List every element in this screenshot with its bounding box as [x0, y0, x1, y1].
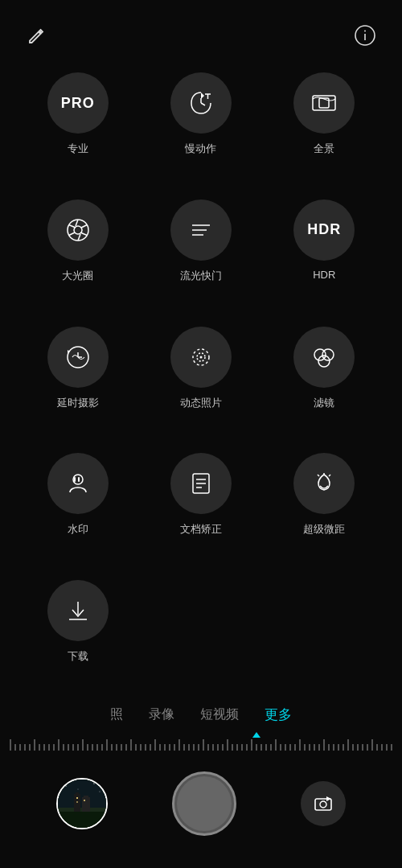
mode-panorama[interactable]: 全景 — [263, 64, 386, 185]
svg-line-38 — [329, 475, 330, 476]
thumbnail-image — [58, 780, 106, 828]
top-bar — [0, 0, 402, 56]
tab-active-indicator — [252, 732, 260, 738]
tab-more[interactable]: 更多 — [263, 702, 293, 727]
mode-document-icon — [170, 453, 232, 514]
mode-download[interactable]: 下载 — [16, 572, 139, 693]
camera-app: PRO 专业 慢动作 — [0, 0, 402, 868]
mode-light-paint-label: 流光快门 — [180, 269, 222, 283]
bottom-controls — [0, 757, 402, 868]
svg-point-45 — [78, 789, 79, 790]
edit-icon[interactable] — [24, 23, 50, 48]
mode-pro-label: 专业 — [68, 142, 88, 156]
svg-line-15 — [68, 232, 74, 236]
mode-slow-motion-label: 慢动作 — [185, 142, 216, 156]
svg-rect-48 — [76, 792, 79, 796]
svg-line-16 — [68, 224, 75, 228]
shutter-inner — [177, 776, 232, 831]
svg-point-25 — [199, 356, 202, 358]
mode-macro-icon — [293, 453, 355, 514]
info-icon[interactable] — [352, 23, 378, 48]
mode-aperture-label: 大光圈 — [62, 269, 93, 283]
svg-rect-51 — [58, 812, 106, 828]
mode-hdr-label: HDR — [313, 269, 335, 281]
svg-point-56 — [320, 801, 326, 808]
mode-pro[interactable]: PRO 专业 — [16, 64, 139, 185]
mode-download-label: 下载 — [68, 649, 88, 664]
ruler — [0, 738, 402, 752]
mode-watermark-label: 水印 — [68, 522, 88, 537]
mode-timelapse[interactable]: 延时摄影 — [16, 319, 139, 439]
mode-watermark-icon — [47, 453, 109, 514]
mode-pro-icon: PRO — [47, 72, 109, 134]
svg-rect-30 — [74, 477, 76, 482]
mode-aperture-icon — [47, 200, 109, 261]
mode-dynamic-label: 动态照片 — [180, 396, 222, 410]
shutter-button[interactable] — [172, 771, 236, 836]
mode-light-paint-icon — [170, 200, 232, 261]
mode-aperture[interactable]: 大光圈 — [16, 191, 139, 312]
svg-point-9 — [68, 220, 88, 241]
mode-slow-motion[interactable]: 慢动作 — [139, 64, 262, 185]
mode-filter[interactable]: 滤镜 — [263, 319, 386, 439]
svg-rect-49 — [82, 797, 90, 812]
mode-panorama-icon — [293, 72, 355, 134]
ruler-ticks — [10, 739, 392, 751]
mode-download-icon — [47, 580, 109, 641]
svg-rect-52 — [76, 797, 78, 799]
mode-hdr[interactable]: HDR HDR — [263, 191, 386, 312]
mode-timelapse-label: 延时摄影 — [57, 396, 99, 410]
mode-filter-icon — [293, 327, 355, 388]
svg-line-4 — [201, 103, 205, 105]
mode-light-paint[interactable]: 流光快门 — [139, 191, 262, 312]
svg-line-12 — [81, 224, 87, 228]
flip-camera-button[interactable] — [301, 781, 346, 826]
svg-rect-31 — [78, 477, 80, 482]
svg-point-28 — [318, 356, 330, 367]
svg-rect-54 — [84, 800, 85, 801]
mode-document-label: 文档矫正 — [180, 522, 222, 537]
tab-bar: 照 录像 短视频 更多 — [0, 693, 402, 727]
mode-panorama-label: 全景 — [314, 142, 334, 156]
svg-rect-50 — [84, 796, 88, 799]
mode-hdr-icon: HDR — [293, 200, 355, 261]
svg-rect-8 — [319, 98, 329, 108]
mode-watermark[interactable]: 水印 — [16, 445, 139, 566]
svg-line-37 — [318, 475, 319, 476]
svg-point-46 — [99, 791, 100, 792]
svg-point-44 — [93, 783, 95, 784]
tab-video[interactable]: 录像 — [147, 703, 176, 726]
mode-macro[interactable]: 超级微距 — [263, 445, 386, 566]
svg-point-43 — [65, 785, 67, 787]
mode-dynamic-icon — [170, 327, 232, 388]
mode-filter-label: 滤镜 — [314, 396, 334, 410]
svg-rect-53 — [76, 801, 78, 803]
tab-photo[interactable]: 照 — [109, 703, 125, 726]
mode-slow-motion-icon — [170, 72, 232, 134]
tab-short-video[interactable]: 短视频 — [199, 703, 240, 726]
svg-line-14 — [78, 234, 80, 241]
tab-indicator-row — [0, 732, 402, 738]
svg-point-2 — [364, 31, 366, 32]
mode-timelapse-icon — [47, 327, 109, 388]
modes-grid: PRO 专业 慢动作 — [0, 56, 402, 693]
gallery-thumbnail[interactable] — [56, 778, 108, 829]
svg-line-13 — [80, 232, 87, 236]
mode-macro-label: 超级微距 — [303, 522, 345, 537]
svg-rect-55 — [315, 799, 331, 810]
mode-document[interactable]: 文档矫正 — [139, 445, 262, 566]
svg-line-11 — [76, 220, 78, 226]
svg-point-27 — [322, 349, 334, 360]
mode-dynamic[interactable]: 动态照片 — [139, 319, 262, 439]
